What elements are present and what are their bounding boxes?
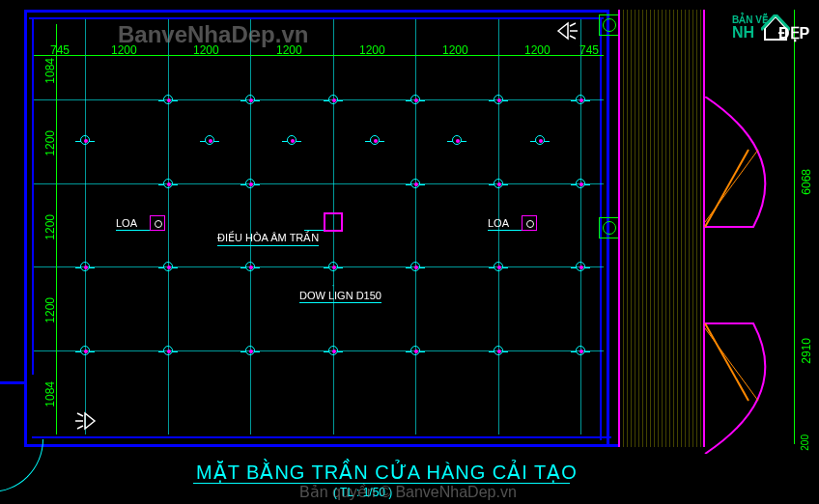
- dim-left-1: 1084: [43, 58, 57, 84]
- downlight-icon: [80, 135, 90, 145]
- leader-line: [304, 230, 324, 231]
- dim-top-2: 1200: [111, 43, 137, 57]
- downlight-icon: [80, 262, 90, 271]
- downlight-icon: [370, 135, 380, 145]
- downlight-icon: [245, 346, 255, 355]
- dim-left-4: 1200: [43, 297, 57, 323]
- svg-line-1: [705, 323, 748, 401]
- gridline-h: [34, 99, 604, 100]
- dim-left-5: 1084: [43, 381, 57, 407]
- downlight-icon: [205, 135, 214, 145]
- cad-floorplan-canvas: 745 1200 1200 1200 1200 1200 1200 745 10…: [0, 0, 819, 504]
- column-icon: [599, 217, 620, 238]
- logo-line2: NH: [732, 24, 754, 42]
- ac-unit-icon: [324, 212, 343, 232]
- downlight-icon: [410, 95, 420, 104]
- svg-line-0: [705, 150, 748, 227]
- downlight-icon: [287, 135, 297, 145]
- downlight-icon: [245, 179, 255, 188]
- downlight-icon: [245, 262, 255, 271]
- downlight-icon: [576, 346, 585, 355]
- dim-left-3: 1200: [43, 214, 57, 240]
- downlight-icon: [410, 179, 420, 188]
- gridline-h: [34, 266, 604, 267]
- svg-line-3: [705, 328, 758, 401]
- downlight-icon: [494, 179, 503, 188]
- dim-top-5: 1200: [359, 43, 385, 57]
- downlight-icon: [494, 95, 503, 104]
- wall-step-v: [24, 381, 27, 444]
- column-icon: [599, 14, 620, 36]
- logo-line3: ĐẸP: [778, 24, 809, 42]
- dim-left-2: 1200: [43, 130, 57, 156]
- gridline-v: [168, 19, 169, 434]
- downlight-icon: [328, 95, 338, 104]
- downlight-icon: [163, 262, 173, 271]
- downlight-icon: [494, 346, 503, 355]
- loa-label: LOA: [116, 217, 137, 231]
- dim-top-1: 745: [50, 43, 70, 57]
- door-swing-right: [695, 97, 811, 454]
- logo: BẢN VẼ NH ĐẸP: [732, 14, 809, 53]
- wall-step-h: [0, 381, 27, 384]
- downlight-icon: [163, 95, 173, 104]
- wall-left-inner: [32, 17, 34, 375]
- ac-label: ĐIỀU HÒA ÂM TRẦN: [217, 232, 319, 246]
- wall-bottom-inner: [32, 436, 611, 438]
- right-detail-strip: [618, 10, 705, 447]
- wall-bottom: [24, 444, 618, 447]
- dim-top-6: 1200: [442, 43, 468, 57]
- gridline-v: [85, 19, 86, 434]
- gridline-h: [34, 350, 604, 351]
- spotlight-icon: [556, 21, 585, 41]
- gridline-v: [250, 19, 251, 434]
- downlight-icon: [163, 179, 173, 188]
- gridline-v: [580, 19, 581, 434]
- downlight-icon: [328, 346, 338, 355]
- dim-top-4: 1200: [276, 43, 302, 57]
- downlight-label: DOW LIGN D150: [299, 290, 381, 303]
- speaker-icon: [522, 215, 537, 231]
- gridline-h: [34, 183, 604, 184]
- copyright-text: Bản quyền © BanveNhaDep.vn: [299, 483, 517, 501]
- downlight-icon: [494, 262, 503, 271]
- downlight-icon: [328, 262, 338, 271]
- wall-top: [24, 10, 608, 13]
- drawing-title: MẶT BẰNG TRẦN CỬA HÀNG CẢI TẠO: [196, 461, 578, 484]
- downlight-icon: [410, 346, 420, 355]
- svg-line-2: [705, 150, 758, 222]
- wall-left: [24, 10, 27, 381]
- downlight-icon: [245, 95, 255, 104]
- downlight-icon: [410, 262, 420, 271]
- spotlight-icon: [68, 411, 97, 431]
- leader-line: [137, 230, 150, 231]
- speaker-icon: [150, 215, 165, 231]
- downlight-icon: [576, 262, 585, 271]
- dim-top-3: 1200: [193, 43, 219, 57]
- downlight-icon: [576, 179, 585, 188]
- dim-top-7: 1200: [524, 43, 551, 57]
- downlight-icon: [535, 135, 545, 145]
- downlight-icon: [80, 346, 90, 355]
- gridline-v: [415, 19, 416, 434]
- wall-top-inner: [29, 17, 604, 19]
- downlight-icon: [163, 346, 173, 355]
- loa-label: LOA: [488, 217, 509, 231]
- dim-top-8: 745: [579, 43, 599, 57]
- downlight-icon: [576, 95, 585, 104]
- downlight-icon: [452, 135, 462, 145]
- door-swing-bottom-left: [0, 439, 43, 492]
- leader-line: [509, 230, 522, 231]
